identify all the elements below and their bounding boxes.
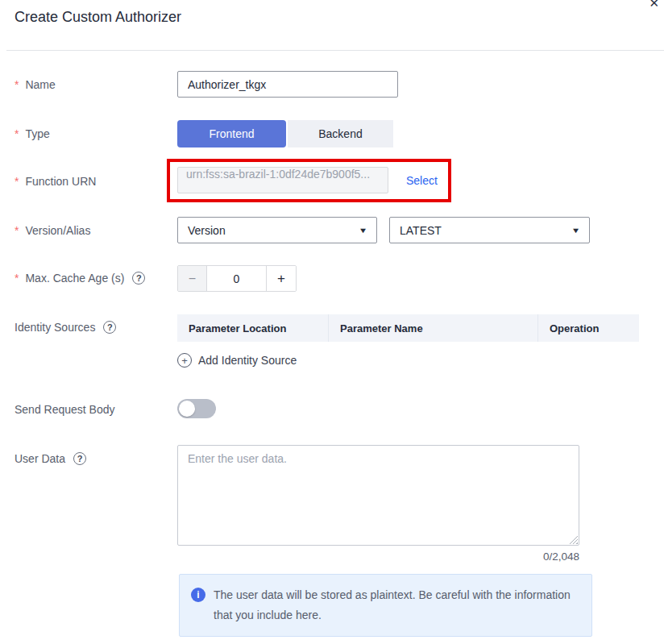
version-dropdown[interactable]: Version ▼ [177, 217, 377, 243]
char-counter: 0/2,048 [177, 551, 579, 563]
type-label: *Type [15, 127, 50, 140]
column-header-parameter-location: Parameter Location [177, 314, 329, 342]
help-icon[interactable]: ? [103, 321, 116, 334]
column-header-parameter-name: Parameter Name [329, 314, 538, 342]
stepper-value[interactable]: 0 [207, 266, 266, 291]
name-input[interactable] [177, 71, 398, 98]
alias-dropdown[interactable]: LATEST ▼ [389, 217, 590, 243]
type-frontend-button[interactable]: Frontend [177, 120, 286, 147]
user-data-label: User Data ? [15, 452, 86, 465]
create-custom-authorizer-dialog: Create Custom Authorizer ✕ *Name *Type F… [0, 0, 664, 644]
version-alias-label: *Version/Alias [15, 224, 90, 237]
required-marker: * [15, 78, 19, 91]
max-cache-age-label: *Max. Cache Age (s) ? [15, 272, 145, 285]
function-urn-input: urn:fss:sa-brazil-1:0df24de7b900f5... [177, 167, 388, 193]
help-icon[interactable]: ? [73, 452, 86, 465]
add-plus-icon: + [177, 353, 192, 368]
toggle-knob [179, 401, 195, 417]
chevron-down-icon: ▼ [359, 226, 368, 235]
identity-sources-table-header: Parameter Location Parameter Name Operat… [177, 314, 639, 342]
chevron-down-icon: ▼ [571, 226, 581, 235]
required-marker: * [15, 127, 19, 140]
stepper-minus-button[interactable]: − [178, 266, 207, 291]
info-notice: i The user data will be stored as plaint… [179, 574, 592, 637]
add-identity-source-button[interactable]: + Add Identity Source [177, 353, 297, 368]
required-marker: * [15, 272, 19, 285]
type-backend-button[interactable]: Backend [288, 120, 393, 147]
identity-sources-label: Identity Sources ? [15, 321, 116, 334]
column-header-operation: Operation [538, 314, 639, 342]
notice-text: The user data will be stored as plaintex… [214, 585, 573, 625]
name-label: *Name [15, 78, 56, 91]
help-icon[interactable]: ? [132, 272, 145, 285]
send-request-body-toggle[interactable] [177, 399, 216, 418]
function-urn-select-link[interactable]: Select [406, 174, 438, 187]
title-divider [6, 50, 664, 51]
max-cache-age-stepper: − 0 + [177, 265, 297, 292]
info-icon: i [191, 588, 205, 602]
user-data-textarea[interactable] [177, 445, 579, 546]
close-icon[interactable]: ✕ [649, 0, 659, 10]
required-marker: * [15, 224, 19, 237]
dialog-title: Create Custom Authorizer [15, 9, 181, 26]
function-urn-label: *Function URN [15, 175, 96, 188]
required-marker: * [15, 175, 19, 188]
stepper-plus-button[interactable]: + [266, 266, 296, 291]
send-request-body-label: Send Request Body [15, 403, 115, 416]
